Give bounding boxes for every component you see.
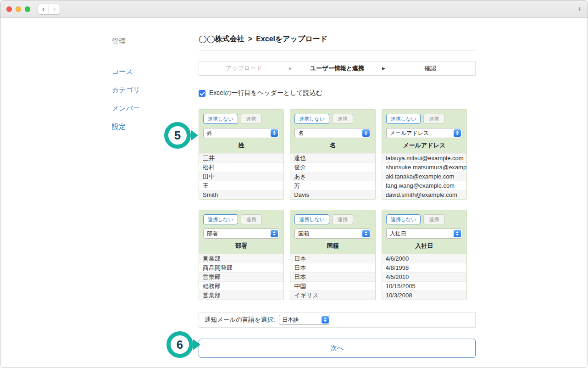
sidebar-item-categories[interactable]: カテゴリ — [112, 84, 140, 96]
link-toggle[interactable]: 連携 — [241, 114, 262, 124]
header-row-checkbox[interactable] — [199, 90, 205, 97]
no-link-toggle[interactable]: 連携しない — [294, 214, 329, 224]
table-cell: 総務部 — [199, 281, 283, 290]
table-cell: 10/3/2008 — [382, 290, 466, 300]
column-header: 部署 — [199, 239, 283, 254]
table-cell: 芳 — [290, 181, 375, 190]
field-select[interactable]: 国籍 — [294, 229, 371, 239]
back-button[interactable]: ‹ — [38, 4, 49, 15]
link-toggle[interactable]: 連携 — [332, 214, 353, 224]
link-toggle-group: 連携しない 連携 — [386, 114, 462, 124]
column-header: 入社日 — [382, 239, 466, 254]
main-column: ◯◯株式会社>Excelをアップロード アップロード ▶ ユーザー情報と連携 ▶… — [199, 34, 476, 358]
step-arrow-icon: ▶ — [382, 66, 385, 71]
close-window-icon[interactable] — [6, 6, 12, 12]
table-cell: david.smith@example.com — [382, 190, 466, 199]
table-cell: fang.wang@example.com — [382, 181, 466, 190]
table-cell: 俊介 — [290, 162, 375, 172]
field-select[interactable]: 入社日 — [386, 229, 462, 239]
column-rows: 営業部 商品開発部 営業部 総務部 営業部 — [199, 254, 283, 300]
step-arrow-icon: ▶ — [289, 66, 292, 71]
field-select-value: 姓 — [207, 129, 271, 137]
card-controls: 連携しない 連携 部署 — [199, 210, 283, 239]
column-card-email: 連携しない 連携 メールアドレス メールアドレス tatsuya.mitsui@… — [382, 109, 467, 200]
select-stepper-icon — [271, 129, 278, 137]
table-cell: tatsuya.mitsui@example.com — [382, 153, 466, 162]
column-rows: 三井 松村 田中 王 Smith — [199, 153, 283, 199]
column-card-first-name: 連携しない 連携 名 名 達也 俊介 あき 芳 Da — [290, 109, 375, 200]
new-tab-button[interactable]: + — [577, 5, 582, 14]
column-header: 姓 — [199, 138, 283, 153]
select-stepper-icon — [362, 129, 370, 137]
table-cell: 営業部 — [199, 254, 283, 263]
table-cell: 商品開発部 — [199, 263, 283, 272]
step-confirm: 確認 — [385, 64, 475, 72]
field-select[interactable]: 名 — [294, 128, 371, 138]
zoom-window-icon[interactable] — [25, 6, 30, 12]
table-cell: あき — [290, 172, 375, 181]
table-cell: 日本 — [290, 263, 375, 272]
no-link-toggle[interactable]: 連携しない — [386, 214, 421, 224]
table-cell: 王 — [199, 181, 283, 190]
table-cell: shunsuke.matsumura@example — [382, 162, 466, 172]
column-rows: tatsuya.mitsui@example.com shunsuke.mats… — [382, 153, 466, 199]
language-label: 通知メールの言語を選択: — [205, 316, 275, 324]
table-cell: イギリス — [290, 290, 375, 300]
no-link-toggle[interactable]: 連携しない — [203, 114, 238, 124]
select-stepper-icon — [322, 316, 329, 323]
next-button[interactable]: 次へ — [199, 339, 476, 358]
link-toggle[interactable]: 連携 — [423, 114, 444, 124]
breadcrumb-company: ◯◯株式会社 — [199, 35, 244, 43]
column-header: メールアドレス — [382, 138, 466, 153]
column-mapping-grid: 連携しない 連携 姓 姓 三井 松村 田中 王 Sm — [199, 109, 467, 300]
minimize-window-icon[interactable] — [16, 6, 21, 12]
column-card-last-name: 連携しない 連携 姓 姓 三井 松村 田中 王 Sm — [199, 109, 284, 200]
table-cell: 10/15/2005 — [382, 281, 466, 290]
step-upload: アップロード — [199, 64, 289, 72]
select-stepper-icon — [271, 230, 278, 237]
annotation-badge-6: 6 — [166, 331, 193, 358]
column-rows: 4/6/2000 4/8/1998 4/5/2010 10/15/2005 10… — [382, 254, 466, 300]
step-user-info: ユーザー情報と連携 — [292, 64, 382, 72]
table-cell: 営業部 — [199, 272, 283, 281]
table-cell: 三井 — [199, 153, 283, 162]
upload-stepper: アップロード ▶ ユーザー情報と連携 ▶ 確認 — [199, 61, 476, 76]
sidebar-item-settings[interactable]: 設定 — [112, 121, 140, 133]
sidebar-menu: コース カテゴリ メンバー 設定 — [112, 66, 140, 133]
link-toggle[interactable]: 連携 — [332, 114, 353, 124]
card-controls: 連携しない 連携 姓 — [199, 110, 283, 138]
link-toggle-group: 連携しない 連携 — [294, 114, 371, 124]
annotation-badge-5: 5 — [164, 122, 191, 149]
table-cell: 4/8/1998 — [382, 263, 466, 272]
table-cell: 達也 — [290, 153, 375, 162]
no-link-toggle[interactable]: 連携しない — [294, 114, 329, 124]
select-stepper-icon — [454, 129, 461, 137]
link-toggle[interactable]: 連携 — [423, 214, 444, 224]
link-toggle[interactable]: 連携 — [241, 214, 262, 224]
table-cell: 松村 — [199, 162, 283, 172]
link-toggle-group: 連携しない 連携 — [203, 214, 279, 224]
table-cell: 4/5/2010 — [382, 272, 466, 281]
titlebar: ‹ › + — [0, 0, 588, 18]
forward-button[interactable]: › — [49, 4, 60, 15]
table-cell: 日本 — [290, 254, 375, 263]
sidebar-title: 管理 — [112, 35, 140, 47]
field-select-value: 入社日 — [390, 230, 454, 238]
language-select[interactable]: 日本語 — [279, 315, 330, 325]
breadcrumb: ◯◯株式会社>Excelをアップロード — [199, 34, 476, 50]
page-title: Excelをアップロード — [256, 35, 327, 43]
no-link-toggle[interactable]: 連携しない — [203, 214, 238, 224]
header-row-checkbox-label: Excelの一行目をヘッダーとして読込む — [209, 89, 322, 97]
sidebar-item-members[interactable]: メンバー — [112, 102, 140, 114]
sidebar-item-courses[interactable]: コース — [112, 66, 140, 78]
no-link-toggle[interactable]: 連携しない — [386, 114, 421, 124]
column-header: 名 — [290, 138, 375, 153]
field-select[interactable]: メールアドレス — [386, 128, 462, 138]
column-card-hire-date: 連携しない 連携 入社日 入社日 4/6/2000 4/8/1998 4/5/2… — [382, 210, 467, 300]
link-toggle-group: 連携しない 連携 — [294, 214, 371, 224]
card-controls: 連携しない 連携 名 — [290, 110, 375, 138]
table-cell: Davis — [290, 190, 375, 199]
field-select[interactable]: 姓 — [203, 128, 279, 138]
nav-buttons: ‹ › — [38, 4, 60, 15]
field-select[interactable]: 部署 — [203, 229, 279, 239]
